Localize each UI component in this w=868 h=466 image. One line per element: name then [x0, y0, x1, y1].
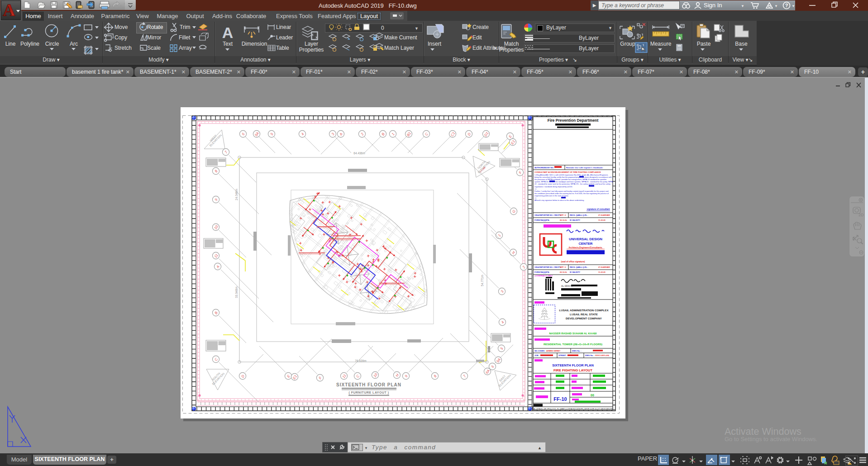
- svg-text:(seal of office signature): (seal of office signature): [561, 261, 585, 263]
- svg-text:76.639m: 76.639m: [355, 359, 366, 362]
- svg-text:DWG No. :: DWG No. :: [585, 354, 595, 357]
- svg-text:FORM RAQQETA: FORM RAQQETA: [534, 219, 549, 221]
- svg-text:VIDA REPORTER NO. / RECPT :: VIDA REPORTER NO. / RECPT :: [534, 266, 562, 268]
- svg-text:FIRE FIGHTING LAYOUT: FIRE FIGHTING LAYOUT: [553, 368, 592, 372]
- svg-text:APP / 2: APP / 2: [560, 266, 566, 268]
- svg-text:ID VALIDITY: ID VALIDITY: [570, 219, 580, 221]
- svg-text:( FURNITURE LAYOUT ): ( FURNITURE LAYOUT ): [348, 391, 389, 395]
- svg-text:signature of consultant: signature of consultant: [587, 208, 610, 210]
- svg-text:SD-CODES :: SD-CODES :: [534, 350, 546, 352]
- svg-text:27-HLBRHBR: 27-HLBRHBR: [598, 214, 610, 216]
- svg-text:UNIVERSAL DESIGN: UNIVERSAL DESIGN: [569, 237, 602, 241]
- svg-text:LUSAIL ADMINISTRATION COMPLEX: LUSAIL ADMINISTRATION COMPLEX: [559, 309, 609, 312]
- svg-text:CENTER: CENTER: [579, 242, 593, 246]
- svg-text:AUTHORIZED BY NO. :: AUTHORIZED BY NO. :: [534, 166, 555, 169]
- svg-text:00: 00: [591, 394, 594, 397]
- svg-text:27-HLBRHBR: 27-HLBRHBR: [598, 266, 610, 268]
- svg-text:54.771m: 54.771m: [481, 275, 484, 286]
- svg-text:AL-QRYA-FL-16F -FF10-LYOT- -: AL-QRYA-FL-16F -FF10-LYOT- -FL-16BMT Q-1…: [534, 408, 614, 410]
- svg-text:Fire Prevention Department: Fire Prevention Department: [548, 118, 599, 123]
- svg-text:DEVELOPMENT COMPANY: DEVELOPMENT COMPANY: [566, 317, 602, 320]
- svg-text:33.948m: 33.948m: [235, 286, 238, 298]
- svg-text:STREET :: STREET :: [558, 354, 567, 357]
- svg-text:05-10-0L: 05-10-0L: [560, 271, 568, 273]
- svg-text:FF-10: FF-10: [553, 396, 567, 402]
- svg-text:24.046m: 24.046m: [235, 189, 238, 200]
- svg-text:RECD. QABLL Q-RL :: RECD. QABLL Q-RL :: [570, 266, 588, 268]
- svg-text:11-22-05: 11-22-05: [598, 219, 606, 221]
- svg-text:CONSULTANT ACKNOWLEDGEMENT OF: CONSULTANT ACKNOWLEDGEMENT OF FIRE FIGHT…: [534, 171, 601, 173]
- svg-text:DWG No. :: DWG No. :: [572, 350, 582, 352]
- svg-text:64.436m: 64.436m: [353, 152, 365, 155]
- svg-text:Reminder: Use <st8> engineer’s: Reminder: Use <st8> engineer’s <handbook…: [566, 167, 603, 169]
- svg-text:APP / 2: APP / 2: [560, 214, 566, 216]
- svg-text:11-22-05: 11-22-05: [598, 271, 606, 273]
- svg-text:Affixed is my signature below: Affixed is my signature below to attest …: [534, 199, 584, 201]
- svg-text:Architects,Engineers/Consultan: Architects,Engineers/Consultants.: [568, 247, 602, 249]
- svg-text:RESIDENTIAL TOWER (2B+G+16+R F: RESIDENTIAL TOWER (2B+G+16+R FLOORS): [544, 343, 602, 346]
- svg-text:AHMED DERBY: AHMED DERBY: [546, 350, 560, 352]
- svg-text:2D: 2D: [858, 213, 864, 217]
- svg-text:FORM RAQQETA: FORM RAQQETA: [534, 271, 549, 273]
- svg-text:engineering profession in the: engineering profession in the state of Q…: [534, 195, 568, 197]
- svg-text:XXXCI-8XX-4.8L: XXXCI-8XX-4.8L: [595, 354, 610, 357]
- svg-text:?: ?: [785, 3, 788, 8]
- svg-text:VIDA REPORTER NO. / RECPT :: VIDA REPORTER NO. / RECPT :: [534, 214, 562, 216]
- svg-text:SIXTEENTH FLOOR PLAN: SIXTEENTH FLOOR PLAN: [336, 382, 401, 387]
- svg-text:05-10-0L: 05-10-0L: [560, 219, 568, 221]
- svg-text:JOB :: JOB :: [534, 354, 539, 357]
- svg-text:A: A: [3, 1, 15, 19]
- svg-text:RECD. QABLL Q-RL :: RECD. QABLL Q-RL :: [570, 214, 588, 216]
- svg-text:ID VALIDITY: ID VALIDITY: [570, 271, 580, 273]
- svg-text:NASSER RASHID SUHAIM AL KAABI: NASSER RASHID SUHAIM AL KAABI: [549, 332, 596, 335]
- svg-text:SIXTEENTH FLOOR PLAN: SIXTEENTH FLOOR PLAN: [552, 363, 594, 367]
- svg-text:regulations / standards being: regulations / standards being imposed by…: [534, 185, 573, 188]
- svg-text:+CONTRACT ONLY: +CONTRACT ONLY: [534, 275, 553, 277]
- svg-text:A: A: [222, 24, 234, 41]
- svg-text:LUSAIL REAL STATE: LUSAIL REAL STATE: [570, 313, 598, 316]
